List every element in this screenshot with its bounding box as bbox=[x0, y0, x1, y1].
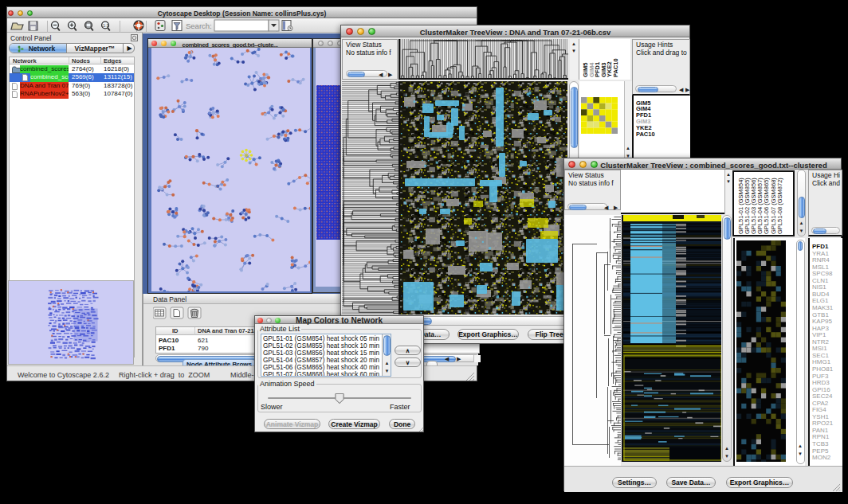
svg-text:Search:: Search: bbox=[186, 21, 212, 30]
svg-text:1:1: 1:1 bbox=[103, 23, 109, 28]
